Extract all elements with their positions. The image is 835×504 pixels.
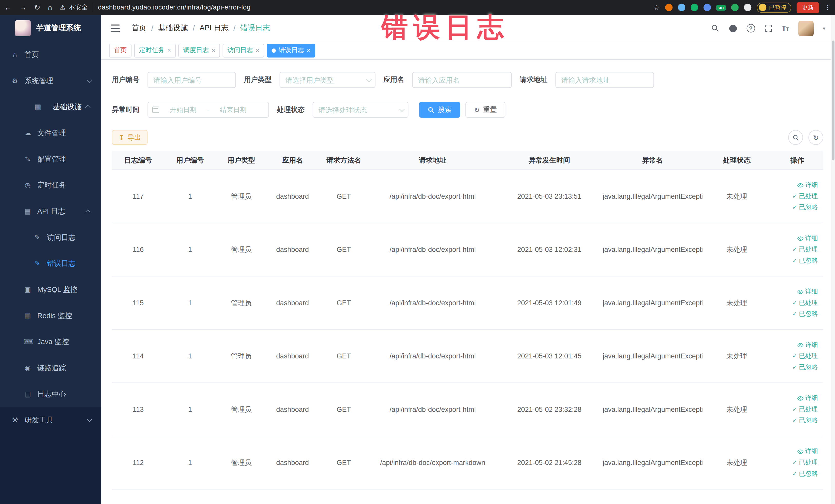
extension-icon[interactable] [744, 4, 751, 11]
extension-icon[interactable] [731, 4, 738, 11]
app-logo[interactable]: 芋道管理系统 [0, 15, 101, 42]
extension-icon[interactable] [665, 4, 673, 11]
browser-home-icon[interactable]: ⌂ [48, 3, 53, 12]
sidebar-item-home[interactable]: ⌂ 首页 [0, 42, 101, 68]
mark-processed-link[interactable]: ✓ 已处理 [792, 351, 818, 361]
close-icon[interactable]: × [307, 47, 311, 54]
toggle-search-button[interactable] [788, 130, 803, 145]
search-icon[interactable] [711, 24, 719, 32]
page-scrollbar[interactable] [831, 15, 835, 504]
extension-icon[interactable] [678, 4, 685, 11]
close-icon[interactable]: × [167, 47, 171, 54]
start-date-input[interactable] [162, 105, 204, 114]
browser-menu-icon[interactable]: ⋮ [824, 4, 831, 11]
sidebar-item-error-logs[interactable]: ✎ 错误日志 [0, 250, 101, 277]
avatar[interactable] [798, 21, 814, 36]
ignored-link-label: 已忽略 [799, 363, 818, 372]
mark-ignored-link[interactable]: ✓ 已忽略 [792, 469, 818, 478]
sidebar-item-file-management[interactable]: ☁ 文件管理 [0, 120, 101, 146]
request-url-input[interactable] [555, 72, 654, 88]
github-icon[interactable] [729, 24, 737, 33]
date-range-picker[interactable]: - [148, 102, 269, 118]
user-type-select[interactable] [280, 72, 375, 88]
mark-ignored-link[interactable]: ✓ 已忽略 [792, 416, 818, 425]
sidebar-toggle-icon[interactable] [111, 24, 120, 32]
extension-icon[interactable] [704, 4, 711, 11]
tab-home[interactable]: 首页 [109, 43, 131, 57]
tab-access-logs[interactable]: 访问日志 × [223, 43, 264, 57]
breadcrumb-item[interactable]: 首页 [131, 23, 146, 33]
column-header: 异常发生时间 [496, 156, 603, 165]
sidebar-item-config-management[interactable]: ✎ 配置管理 [0, 146, 101, 172]
mark-processed-link[interactable]: ✓ 已处理 [792, 192, 818, 201]
close-icon[interactable]: × [211, 47, 216, 54]
sidebar-item-java-monitor[interactable]: ⌨ Java 监控 [0, 329, 101, 355]
refresh-table-button[interactable]: ↻ [808, 130, 823, 145]
mark-ignored-link[interactable]: ✓ 已忽略 [792, 309, 818, 318]
detail-link[interactable]: 详细 [797, 394, 818, 403]
help-icon[interactable]: ? [747, 24, 755, 32]
app-name-input[interactable] [412, 72, 512, 88]
cell-request-method: GET [318, 352, 369, 360]
detail-link[interactable]: 详细 [797, 234, 818, 243]
detail-link[interactable]: 详细 [797, 447, 818, 456]
back-icon[interactable]: ← [4, 3, 12, 12]
end-date-input[interactable] [212, 105, 254, 114]
tab-error-logs[interactable]: 错误日志 × [267, 43, 315, 57]
bookmark-star-icon[interactable]: ☆ [653, 3, 660, 12]
scrollbar-thumb[interactable] [832, 41, 834, 160]
search-button[interactable]: 搜索 [419, 102, 460, 118]
column-header: 日志编号 [112, 156, 165, 165]
sidebar-item-redis-monitor[interactable]: ▦ Redis 监控 [0, 302, 101, 329]
reset-button[interactable]: ↻ 重置 [465, 102, 505, 118]
ignored-link-label: 已忽略 [799, 256, 818, 265]
detail-link[interactable]: 详细 [797, 287, 818, 296]
mark-ignored-link[interactable]: ✓ 已忽略 [792, 256, 818, 265]
export-button[interactable]: ↧ 导出 [112, 130, 148, 145]
document-icon: ✎ [33, 259, 42, 267]
mark-processed-link[interactable]: ✓ 已处理 [792, 458, 818, 467]
breadcrumb-item[interactable]: 基础设施 [158, 23, 188, 33]
sidebar-item-scheduled-jobs[interactable]: ◷ 定时任务 [0, 172, 101, 198]
close-icon[interactable]: × [256, 47, 260, 54]
sidebar-item-system-management[interactable]: ⚙ 系统管理 [0, 67, 101, 94]
cell-log-id: 112 [112, 459, 165, 466]
update-button[interactable]: 更新 [797, 2, 819, 13]
sidebar-item-log-center[interactable]: ▤ 日志中心 [0, 381, 101, 407]
mark-processed-link[interactable]: ✓ 已处理 [792, 245, 818, 254]
table-body: 117 1 管理员 dashboard GET /api/infra/db-do… [112, 170, 823, 490]
on-badge[interactable]: on [716, 5, 726, 11]
chevron-down-icon[interactable]: ▾ [823, 25, 825, 31]
detail-link[interactable]: 详细 [797, 340, 818, 349]
sidebar-item-dev-tools[interactable]: ⚒ 研发工具 [0, 407, 101, 433]
detail-link[interactable]: 详细 [797, 181, 818, 189]
extension-icon[interactable] [691, 4, 698, 11]
document-icon: ▤ [23, 390, 32, 398]
tab-scheduled-jobs[interactable]: 定时任务 × [134, 43, 176, 57]
sidebar-item-infrastructure[interactable]: ▦ 基础设施 [23, 94, 101, 120]
user-id-input[interactable] [148, 72, 236, 88]
search-button-label: 搜索 [437, 105, 451, 115]
sidebar-item-access-logs[interactable]: ✎ 访问日志 [0, 224, 101, 250]
fullscreen-icon[interactable] [764, 24, 773, 32]
paused-chip[interactable]: 已暂停 [757, 2, 791, 12]
reload-icon[interactable]: ↻ [34, 3, 40, 12]
mark-ignored-link[interactable]: ✓ 已忽略 [792, 363, 818, 372]
breadcrumb-item[interactable]: API 日志 [200, 23, 229, 33]
tab-dispatch-logs[interactable]: 调度日志 × [178, 43, 220, 57]
sidebar-item-mysql-monitor[interactable]: ▣ MySQL 监控 [0, 277, 101, 303]
cell-app-name: dashboard [267, 459, 318, 466]
site-security[interactable]: ⚠ 不安全 [60, 3, 88, 12]
request-url-label: 请求地址 [520, 75, 548, 85]
mark-processed-link[interactable]: ✓ 已处理 [792, 405, 818, 414]
forward-icon[interactable]: → [19, 3, 27, 12]
sidebar-item-link-tracing[interactable]: ◉ 链路追踪 [0, 355, 101, 381]
process-status-select[interactable] [313, 102, 408, 118]
mark-ignored-link[interactable]: ✓ 已忽略 [792, 203, 818, 212]
sidebar-item-label: 配置管理 [37, 154, 66, 164]
font-size-icon[interactable]: TT [781, 24, 789, 32]
url-text[interactable]: dashboard.yudao.iocoder.cn/infra/log/api… [98, 4, 251, 11]
calendar-icon [152, 106, 159, 113]
sidebar-item-api-logs[interactable]: ▤ API 日志 [0, 198, 101, 224]
mark-processed-link[interactable]: ✓ 已处理 [792, 298, 818, 307]
